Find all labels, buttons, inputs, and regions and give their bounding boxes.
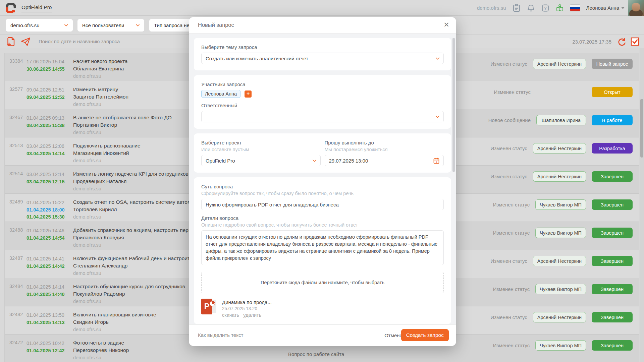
request-title: Включить функционал Рабочий день и настр… [73, 255, 193, 262]
file-dropzone[interactable]: Перетяните сюда файлы или нажмите, чтобы… [201, 272, 444, 293]
request-summary: Фотоотчеты в задаче Переговорчев Никонор… [73, 339, 193, 361]
site-filter-select[interactable]: demo.ofrs.su [6, 19, 73, 32]
status-button[interactable]: Завершен [592, 256, 633, 266]
request-event: Изменен статус [460, 174, 527, 179]
project-select[interactable]: OptiField Pro [201, 155, 321, 166]
request-id: 32482 [9, 312, 25, 317]
request-title: Настроить обучающие курсы для сотруднико… [73, 283, 193, 290]
request-title: Фотоотчеты в задаче [73, 339, 193, 347]
users-filter-select[interactable]: Все пользователи [77, 19, 144, 32]
status-button[interactable]: В работе [592, 115, 633, 125]
status-button[interactable]: Завершен [592, 284, 633, 294]
summary-hint: Сформулируйте вопрос так, чтобы сразу бы… [201, 191, 444, 196]
request-event: Изменен статус [460, 258, 527, 264]
user-menu[interactable]: Леонова Анна [586, 5, 625, 11]
participant-chip[interactable]: Леонова Анна [201, 90, 240, 98]
request-title: Создать отчет по OSA, настроить систему … [73, 198, 193, 206]
assignee-badge[interactable]: Чукаев Виктор МП [535, 228, 586, 238]
request-id: 32484 [9, 284, 25, 289]
bell-icon[interactable] [527, 4, 535, 12]
request-author: Стеллажин Александр [73, 262, 193, 269]
assignee-badge[interactable]: Арсений Нестеркин [533, 312, 586, 322]
status-button[interactable]: Завершен [592, 228, 633, 238]
request-dates: 01.04.2025 14:4601.04.2025 14:54 [26, 227, 65, 242]
page-scrollbar-thumb[interactable] [640, 99, 643, 158]
select-all-checkbox-icon[interactable] [631, 37, 639, 46]
modal-footer: Как выделить текст Отмена Создать запрос [189, 324, 456, 346]
clipboard-icon[interactable] [513, 4, 521, 12]
powerpoint-file-icon[interactable]: P [201, 299, 217, 314]
app-logo-icon[interactable] [5, 3, 17, 13]
send-icon[interactable] [21, 37, 31, 47]
project-due-card: Выберите проект Или оставьте пустым Opti… [194, 133, 451, 173]
topic-card: Выберите тему запроса Создать или измени… [194, 38, 451, 70]
request-event: Изменен статус [463, 202, 530, 207]
status-button[interactable]: Завершен [592, 312, 633, 322]
status-button[interactable]: Открыт [592, 87, 633, 97]
request-dates: 17.06.2025 15:0430.06.2025 14:55 [26, 58, 65, 73]
assignee-badge[interactable]: Арсений Нестеркин [533, 143, 586, 154]
modal-scrollbar-thumb[interactable] [452, 38, 455, 172]
request-title: Включить планировщик визитовче [73, 311, 193, 318]
details-label: Детали вопроса [201, 215, 444, 221]
details-textarea[interactable]: На основании текущих отчетов по долям и … [201, 230, 444, 265]
help-icon[interactable]: ? [541, 4, 549, 12]
cancel-button[interactable]: Отмена [384, 333, 402, 338]
status-button[interactable]: Завершен [592, 340, 633, 351]
add-request-icon[interactable] [6, 36, 15, 47]
request-title: Добавить справочник по акциям, настроить… [73, 227, 193, 234]
request-domain: demo.ofrs.su [73, 101, 193, 108]
summary-input[interactable]: Нужно сформировать PDF отчет для владель… [201, 199, 444, 210]
assignee-badge[interactable]: Арсений Нестеркин [533, 171, 586, 182]
page-scrollbar[interactable] [640, 48, 644, 362]
add-participant-button[interactable]: + [245, 90, 252, 98]
status-button[interactable]: Новый запрос [592, 59, 633, 69]
request-author: Торговлев Кирилл [73, 206, 193, 213]
create-request-button[interactable]: Создать запрос [401, 329, 449, 341]
status-button[interactable]: Завершен [592, 199, 633, 210]
assignee-badge[interactable]: Чукаев Виктор МП [535, 284, 586, 294]
status-button[interactable]: Разработка [592, 143, 633, 154]
project-hint: Или оставьте пустым [201, 147, 321, 152]
refresh-icon[interactable] [617, 37, 626, 46]
attachment-delete-link[interactable]: удалить [243, 312, 261, 318]
request-dates: 03.04.2025 12:0603.04.2025 14:14 [26, 143, 65, 157]
due-date-input[interactable]: 29.07.2025 13:00 1 [325, 155, 444, 166]
request-author: Защитов Пантелеймон [73, 93, 193, 101]
request-id: 32513 [9, 143, 25, 148]
summary-label: Суть вопроса [201, 184, 444, 189]
responsible-select[interactable] [201, 111, 444, 122]
due-label: Прошу выполнить до [325, 140, 444, 145]
request-author: Переговорчев Никонор [73, 347, 193, 354]
attachment-name: Динамика по прода... [222, 299, 272, 305]
topic-value: Создать или изменить аналитический отчет [206, 56, 308, 61]
request-domain: demo.ofrs.su [73, 298, 193, 305]
details-hint: Опишите подробно свой вопрос, чтобы полу… [201, 222, 444, 228]
assignee-badge[interactable]: Чукаев Виктор МП [535, 340, 586, 351]
flag-ru-icon[interactable] [570, 5, 580, 11]
request-summary: Создать отчет по OSA, настроить систему … [73, 198, 193, 221]
status-button[interactable]: Завершен [592, 171, 633, 182]
user-avatar[interactable] [628, 0, 644, 16]
close-icon[interactable]: ✕ [442, 20, 451, 29]
attachment-download-link[interactable]: скачать [222, 312, 239, 318]
assignee-badge[interactable]: Шапилова Ирина [536, 115, 586, 125]
request-title: Изменить логику подсчета KPI для сотрудн… [73, 170, 193, 178]
request-summary: Изменить матрицу Защитов Пантелеймон dem… [73, 86, 193, 108]
assignee-badge[interactable]: Арсений Нестеркин [533, 256, 586, 266]
project-label: Выберите проект [201, 140, 321, 145]
assignee-badge[interactable]: Чукаев Виктор МП [535, 199, 586, 210]
reader-icon[interactable] [556, 4, 564, 12]
request-summary: Расчет нового проекта Облачная Екатерина… [73, 58, 193, 80]
calendar-icon[interactable]: 1 [433, 158, 439, 164]
topic-select[interactable]: Создать или изменить аналитический отчет [201, 53, 444, 64]
site-filter-value: demo.ofrs.su [10, 22, 40, 28]
help-link[interactable]: Как выделить текст [198, 332, 243, 339]
request-domain: demo.ofrs.su [73, 72, 193, 80]
project-value: OptiField Pro [206, 158, 235, 164]
request-domain: demo.ofrs.su [73, 269, 193, 277]
search-input[interactable]: Поиск по дате и названию запроса [39, 39, 120, 44]
request-summary: Включить планировщик визитовче Скидкин И… [73, 311, 193, 333]
request-event: Изменен статус [463, 230, 530, 236]
assignee-badge[interactable]: Арсений Нестеркин [533, 59, 586, 69]
